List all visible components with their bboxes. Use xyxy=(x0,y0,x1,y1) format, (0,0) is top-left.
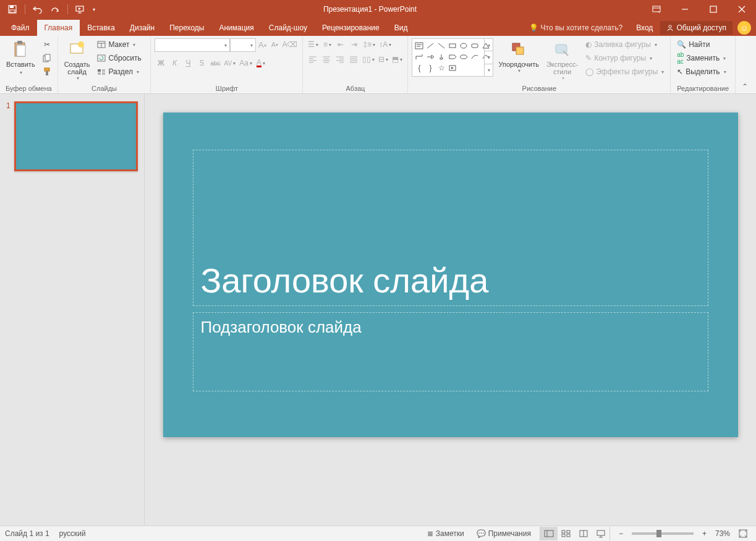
shape-textbox[interactable] xyxy=(414,40,425,51)
text-shadow-button[interactable]: S xyxy=(195,57,208,69)
align-right-button[interactable] xyxy=(334,53,346,66)
bold-button[interactable]: Ж xyxy=(155,57,167,69)
reading-view-button[interactable] xyxy=(575,527,592,540)
shape-elbow[interactable] xyxy=(414,51,425,62)
find-button[interactable]: 🔍Найти xyxy=(674,38,731,51)
slideshow-view-button[interactable] xyxy=(592,527,609,540)
tab-animations[interactable]: Анимация xyxy=(211,20,261,36)
shape-fill-button[interactable]: ◐Заливка фигуры▾ xyxy=(583,38,666,51)
font-family-combo[interactable]: ▾ xyxy=(155,38,230,52)
shape-action[interactable] xyxy=(447,62,458,74)
grow-font-button[interactable]: A▴ xyxy=(256,38,268,51)
numbering-button[interactable]: ≡▾ xyxy=(321,38,333,51)
gallery-scroll-up[interactable]: ▴ xyxy=(485,39,493,51)
tab-home[interactable]: Главная xyxy=(37,20,80,36)
tab-review[interactable]: Рецензирование xyxy=(315,20,387,36)
align-left-button[interactable] xyxy=(307,53,319,66)
redo-button[interactable] xyxy=(48,2,62,17)
quick-styles-button[interactable]: Экспресс- стили▾ xyxy=(544,38,580,82)
tab-insert[interactable]: Вставка xyxy=(80,20,122,36)
italic-button[interactable]: К xyxy=(168,57,181,69)
arrange-button[interactable]: Упорядочить▾ xyxy=(496,38,541,75)
change-case-button[interactable]: Aa▾ xyxy=(238,57,253,69)
shape-outline-button[interactable]: ✎Контур фигуры▾ xyxy=(583,52,666,64)
strikethrough-button[interactable]: abc xyxy=(209,57,221,69)
feedback-smiley-icon[interactable]: ☺ xyxy=(737,21,751,35)
text-direction-button[interactable]: ↕A▾ xyxy=(378,38,393,51)
slide-counter[interactable]: Слайд 1 из 1 xyxy=(5,529,49,538)
slide-editor[interactable]: Заголовок слайда Подзаголовок слайда xyxy=(145,94,756,526)
tab-slideshow[interactable]: Слайд-шоу xyxy=(261,20,315,36)
reset-button[interactable]: Сбросить xyxy=(95,52,147,64)
zoom-slider[interactable] xyxy=(632,532,694,535)
columns-button[interactable]: ▯▯▾ xyxy=(361,53,376,66)
comments-button[interactable]: 💬Примечания xyxy=(473,528,535,539)
smartart-button[interactable]: ⬒▾ xyxy=(391,53,404,66)
shape-hexagon[interactable] xyxy=(458,51,469,62)
clear-formatting-button[interactable]: A⌫ xyxy=(281,38,299,51)
justify-button[interactable] xyxy=(347,53,360,66)
section-button[interactable]: Раздел▾ xyxy=(95,66,147,78)
align-center-button[interactable] xyxy=(320,53,333,66)
close-button[interactable] xyxy=(728,0,756,19)
new-slide-button[interactable]: Создать слайд ▾ xyxy=(62,38,93,82)
notes-button[interactable]: ≣Заметки xyxy=(423,528,468,539)
shrink-font-button[interactable]: A▾ xyxy=(268,38,281,51)
shape-line[interactable] xyxy=(425,40,436,51)
shape-brace-left[interactable]: { xyxy=(414,62,425,74)
shape-connector[interactable] xyxy=(469,51,480,62)
shape-brace-right[interactable]: } xyxy=(425,62,436,74)
paste-button[interactable]: Вставить▾ xyxy=(4,38,38,77)
shape-roundrect[interactable] xyxy=(469,40,480,51)
language-indicator[interactable]: русский xyxy=(59,529,86,538)
ribbon-display-options-button[interactable] xyxy=(642,0,671,19)
collapse-ribbon-button[interactable]: ⌃ xyxy=(736,36,754,93)
increase-indent-button[interactable]: ⇥ xyxy=(348,38,360,51)
slide-thumbnails-panel[interactable]: 1 xyxy=(0,94,145,526)
shape-pentagon[interactable] xyxy=(447,51,458,62)
shape-effects-button[interactable]: ◯Эффекты фигуры▾ xyxy=(583,66,666,78)
tell-me-search[interactable]: 💡 Что вы хотите сделать? xyxy=(523,21,629,35)
normal-view-button[interactable] xyxy=(540,527,558,540)
title-placeholder[interactable]: Заголовок слайда xyxy=(193,150,708,306)
tab-file[interactable]: Файл xyxy=(4,20,37,36)
gallery-more[interactable]: ▾ xyxy=(485,64,493,76)
start-slideshow-button[interactable] xyxy=(73,2,88,17)
char-spacing-button[interactable]: AV▾ xyxy=(223,57,237,69)
fit-to-window-button[interactable] xyxy=(735,528,751,539)
tab-design[interactable]: Дизайн xyxy=(122,20,162,36)
zoom-thumb[interactable] xyxy=(656,530,661,537)
tab-transitions[interactable]: Переходы xyxy=(162,20,211,36)
thumbnail-1[interactable] xyxy=(14,101,138,171)
align-text-button[interactable]: ⊟▾ xyxy=(377,53,389,66)
cut-button[interactable]: ✂ xyxy=(40,38,54,51)
line-spacing-button[interactable]: ‡≡▾ xyxy=(362,38,376,51)
bullets-button[interactable]: ☰▾ xyxy=(307,38,320,51)
replace-button[interactable]: abacЗаменить▾ xyxy=(674,52,731,64)
shape-arrow-right[interactable] xyxy=(425,51,436,62)
shape-star[interactable]: ☆ xyxy=(436,62,447,74)
undo-button[interactable] xyxy=(30,2,45,17)
format-painter-button[interactable] xyxy=(40,66,54,78)
font-size-combo[interactable]: ▾ xyxy=(230,38,256,52)
underline-button[interactable]: Ч xyxy=(182,57,194,69)
decrease-indent-button[interactable]: ⇤ xyxy=(334,38,347,51)
zoom-out-button[interactable]: − xyxy=(615,528,627,539)
qat-customize-button[interactable]: ▾ xyxy=(90,2,98,17)
sorter-view-button[interactable] xyxy=(558,527,575,540)
slide-canvas[interactable]: Заголовок слайда Подзаголовок слайда xyxy=(163,113,738,437)
subtitle-placeholder[interactable]: Подзаголовок слайда xyxy=(193,312,708,391)
zoom-in-button[interactable]: + xyxy=(699,528,710,539)
shape-oval[interactable] xyxy=(458,40,469,51)
shape-line2[interactable] xyxy=(436,40,447,51)
copy-button[interactable] xyxy=(40,52,54,64)
select-button[interactable]: ↖Выделить▾ xyxy=(674,66,731,78)
tab-view[interactable]: Вид xyxy=(387,20,415,36)
share-button[interactable]: Общий доступ xyxy=(660,21,733,35)
maximize-button[interactable] xyxy=(699,0,728,19)
gallery-scroll-down[interactable]: ▾ xyxy=(485,51,493,64)
shape-rect[interactable] xyxy=(447,40,458,51)
zoom-level[interactable]: 73% xyxy=(715,529,730,538)
save-button[interactable] xyxy=(5,2,20,17)
font-color-button[interactable]: A▾ xyxy=(255,57,267,69)
